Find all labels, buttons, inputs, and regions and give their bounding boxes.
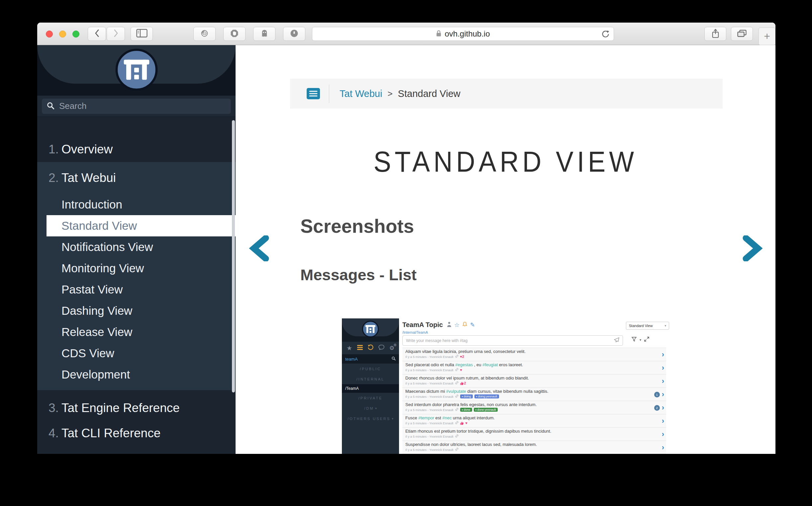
extension-adblock-button[interactable]: [223, 27, 245, 41]
app-search-value: teamA: [345, 357, 358, 361]
close-window-button[interactable]: [46, 30, 53, 37]
next-page-arrow[interactable]: [742, 235, 763, 261]
sidebar-item-tat-webui[interactable]: 2.Tat Webui: [37, 162, 235, 194]
open-message-chevron-icon[interactable]: ›: [662, 351, 664, 358]
sidebar-item-standard-view[interactable]: Standard View: [47, 215, 235, 236]
channel-internal[interactable]: /INTERNAL: [342, 374, 399, 384]
new-tab-button[interactable]: +: [758, 27, 776, 45]
share-button[interactable]: [705, 27, 726, 41]
open-message-chevron-icon[interactable]: ›: [662, 444, 664, 451]
sidebar-item-pastat-view[interactable]: Pastat View: [37, 279, 235, 300]
reaction-heart-icon[interactable]: ♥: [460, 368, 462, 372]
link-icon[interactable]: [455, 395, 458, 399]
filter-funnel-icon[interactable]: [632, 337, 637, 343]
extension-spiral-button[interactable]: [193, 27, 216, 41]
open-message-chevron-icon[interactable]: ›: [662, 364, 664, 371]
reaction-thumb-icon[interactable]: [460, 421, 464, 425]
message-row[interactable]: Aliquam vitae ligula lacinia, pretium ur…: [402, 348, 666, 361]
breadcrumb-section-link[interactable]: Tat Webui: [340, 88, 382, 99]
address-bar[interactable]: ovh.github.io: [312, 27, 614, 41]
search-input[interactable]: [59, 101, 226, 111]
channel-teama[interactable]: /TeamA: [342, 384, 399, 393]
link-icon[interactable]: [455, 408, 458, 412]
tab-overview-button[interactable]: [731, 27, 753, 41]
previous-page-arrow[interactable]: [248, 235, 270, 261]
open-message-chevron-icon[interactable]: ›: [662, 391, 664, 398]
channel-others-users[interactable]: /OTHERS USERS▾: [342, 413, 399, 424]
refresh-button[interactable]: [601, 29, 610, 40]
send-icon[interactable]: [614, 337, 619, 344]
back-button[interactable]: [88, 27, 106, 41]
sidebar-item-tat-engine-reference[interactable]: 3.Tat Engine Reference: [37, 396, 235, 421]
sidebar-toggle-button[interactable]: [131, 27, 153, 41]
extension-ghostery-button[interactable]: [253, 27, 276, 41]
chat-bubble-icon[interactable]: [378, 345, 384, 351]
item-label: Introduction: [62, 198, 122, 211]
sidebar-item-monitoring-view[interactable]: Monitoring View: [37, 258, 235, 279]
reaction-heart-icon[interactable]: ♥2: [460, 355, 464, 358]
person-icon[interactable]: [447, 322, 451, 328]
open-message-chevron-icon[interactable]: ›: [662, 417, 664, 425]
history-icon[interactable]: [367, 344, 373, 352]
message-meta: Il y a 5 minutes - Yvonnick Esnault: [405, 447, 646, 451]
hashtag[interactable]: #nec: [442, 415, 451, 420]
message-row[interactable]: Sed interdum dolor pharetra felis egesta…: [402, 401, 666, 414]
topic-path[interactable]: /Internal/TeamA: [402, 330, 428, 334]
extension-1password-button[interactable]: [283, 27, 305, 41]
hashtag[interactable]: #vulputate: [446, 389, 466, 394]
search-field[interactable]: [42, 99, 231, 114]
sidebar-item-cds-view[interactable]: CDS View: [37, 343, 235, 364]
link-icon[interactable]: [455, 368, 458, 372]
reaction-heart-icon[interactable]: ♥: [465, 421, 468, 425]
edit-pencil-icon[interactable]: ✎: [470, 321, 475, 328]
message-list-icon[interactable]: [357, 345, 363, 351]
message-row[interactable]: Sed placerat odio et nulla #egestas , eu…: [402, 361, 666, 374]
link-icon[interactable]: [455, 421, 458, 425]
favorites-star-icon[interactable]: ★: [347, 344, 352, 352]
message-composer[interactable]: Write your message here with #tag: [402, 335, 623, 346]
sidebar-item-notifications-view[interactable]: Notifications View: [37, 236, 235, 258]
filter-caret-icon[interactable]: ▾: [640, 338, 641, 342]
message-row[interactable]: Donec rhoncus dolor vel ipsum rutrum, at…: [402, 374, 666, 388]
notifications-bell-icon[interactable]: [462, 321, 467, 328]
hashtag[interactable]: #feugiat: [483, 362, 498, 367]
view-selector-dropdown[interactable]: Standard View ▾: [626, 322, 669, 330]
open-message-chevron-icon[interactable]: ›: [662, 404, 664, 411]
message-row[interactable]: Fusce #tempor est #nec urna aliquet inte…: [402, 414, 666, 428]
settings-gears-icon[interactable]: ⚙⚙: [389, 345, 394, 352]
sidebar-item-release-view[interactable]: Release View: [37, 321, 235, 343]
channel-dm[interactable]: /DM▾: [342, 403, 399, 413]
expand-icon[interactable]: [644, 337, 649, 343]
sidebar-item-dashing-view[interactable]: Dashing View: [37, 300, 235, 321]
sidebar-item-introduction[interactable]: Introduction: [37, 194, 235, 215]
open-message-chevron-icon[interactable]: ›: [662, 431, 664, 438]
message-row[interactable]: Suspendisse non dolor ultricies, laoreet…: [402, 441, 666, 454]
message-row[interactable]: Etiam rhoncus est pretium tortor tristiq…: [402, 428, 666, 441]
sidebar-scrollbar[interactable]: [232, 120, 235, 393]
open-message-chevron-icon[interactable]: ›: [662, 377, 664, 385]
link-icon[interactable]: [455, 355, 458, 358]
reaction-thumb-icon[interactable]: 2: [460, 381, 466, 385]
link-icon[interactable]: [455, 434, 458, 438]
label-chip[interactable]: doing: [460, 395, 473, 399]
minimize-window-button[interactable]: [59, 30, 66, 37]
channel-public[interactable]: /PUBLIC: [342, 363, 399, 374]
hashtag[interactable]: #tempor: [418, 415, 434, 420]
message-row[interactable]: Maecenas dictum mi #vulputate diam cursu…: [402, 388, 666, 401]
link-icon[interactable]: [455, 447, 458, 451]
hashtag[interactable]: #egestas: [455, 362, 473, 367]
toc-list-icon[interactable]: [307, 88, 320, 99]
sidebar-item-tat-cli-reference[interactable]: 4.Tat CLI Reference: [37, 421, 235, 446]
label-chip[interactable]: done:yesnault: [474, 408, 498, 412]
app-search-bar[interactable]: teamA: [342, 354, 399, 363]
label-chip[interactable]: done: [460, 408, 472, 412]
sidebar-item-overview[interactable]: 1.Overview: [37, 137, 235, 162]
link-icon[interactable]: [455, 381, 458, 385]
zoom-window-button[interactable]: [72, 30, 79, 37]
channel-private[interactable]: /PRIVATE: [342, 393, 399, 403]
sidebar-item-development[interactable]: Development: [37, 364, 235, 385]
forward-button[interactable]: [107, 27, 125, 41]
messages-list-heading: Messages - List: [300, 266, 417, 284]
favorite-topic-star-icon[interactable]: ☆: [454, 321, 459, 329]
label-chip[interactable]: doing:yesnault: [474, 395, 499, 399]
